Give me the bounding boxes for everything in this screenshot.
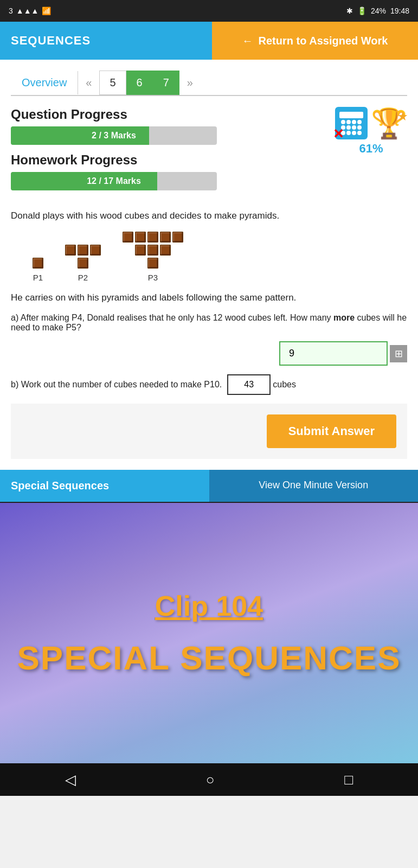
bottom-tabs: Special Sequences View One Minute Versio… — [0, 470, 418, 502]
answer-b-wrapper: cubes — [227, 374, 296, 395]
bluetooth-icon: ✱ — [346, 7, 353, 15]
return-button[interactable]: ← Return to Assigned Work — [212, 22, 418, 60]
cube — [160, 245, 171, 256]
cube — [65, 245, 76, 256]
tab-nav-left[interactable]: « — [78, 71, 99, 94]
cube — [33, 258, 43, 269]
tabs-row: Overview « 5 6 7 » — [11, 71, 407, 96]
status-bar: 3 ▲▲▲ 📶 ✱ 🔋 24% 19:48 — [0, 0, 418, 22]
signal-number: 3 — [9, 7, 13, 15]
part-b-text: b) Work out the number of cubes needed t… — [11, 380, 222, 390]
cube — [147, 245, 158, 256]
main-content: Overview « 5 6 7 » Question Progress 2 /… — [0, 60, 418, 470]
question-continuation: He carries on with his pyramids and labe… — [11, 291, 407, 305]
calc-dots — [341, 120, 362, 135]
return-arrow-icon: ← — [242, 35, 253, 47]
part-a-input-row: ⊞ — [11, 341, 407, 366]
progress-right: ✕ 🏆 ★ 61% — [335, 107, 407, 156]
part-a-text: a) After making P4, Donald realises that… — [11, 313, 407, 333]
cube — [135, 245, 146, 256]
calculator-icon: ✕ — [335, 107, 368, 139]
icons-row: ✕ 🏆 ★ — [335, 107, 407, 139]
answer-section: a) After making P4, Donald realises that… — [11, 313, 407, 395]
part-a-row: a) After making P4, Donald realises that… — [11, 313, 407, 333]
pyramid-p2: P2 — [65, 245, 101, 282]
red-x-icon: ✕ — [333, 126, 344, 142]
tab-page-6[interactable]: 6 — [126, 71, 153, 95]
status-left: 3 ▲▲▲ 📶 — [9, 7, 51, 15]
nav-bar: ◁ ○ □ — [0, 763, 418, 796]
tab-page-7[interactable]: 7 — [153, 71, 179, 95]
cube — [172, 232, 183, 242]
home-button[interactable]: ○ — [206, 771, 215, 788]
expand-button[interactable]: ⊞ — [390, 345, 407, 362]
cube — [123, 232, 133, 242]
header-title-area: SEQUENCES — [0, 22, 212, 60]
pyramid-p3-label: P3 — [148, 273, 158, 282]
calc-screen — [339, 112, 363, 118]
time-display: 19:48 — [390, 7, 409, 15]
answer-b-input[interactable] — [227, 374, 271, 395]
progress-section: Question Progress 2 / 3 Marks Homework P… — [11, 107, 407, 198]
pyramids-row: P1 P2 — [11, 232, 407, 282]
tab-overview[interactable]: Overview — [11, 71, 78, 94]
status-right: ✱ 🔋 24% 19:48 — [346, 7, 409, 15]
part-b-row: b) Work out the number of cubes needed t… — [11, 374, 407, 395]
trophy-star-icon: ★ — [397, 110, 408, 124]
cube — [90, 245, 101, 256]
header: SEQUENCES ← Return to Assigned Work — [0, 22, 418, 60]
tab-page-5[interactable]: 5 — [99, 71, 126, 95]
homework-progress-bar: 12 / 17 Marks — [11, 172, 217, 190]
tab-nav-right[interactable]: » — [179, 71, 201, 94]
cube — [78, 258, 88, 269]
submit-area: Submit Answer — [11, 404, 407, 459]
question-progress-label: 2 / 3 Marks — [92, 131, 136, 141]
question-intro: Donald plays with his wood cubes and dec… — [11, 209, 407, 223]
video-area: Clip 104 SPECIAL SEQUENCES — [0, 503, 418, 763]
submit-button[interactable]: Submit Answer — [267, 414, 396, 448]
tab-special-sequences[interactable]: Special Sequences — [0, 470, 209, 502]
pyramid-p2-label: P2 — [78, 273, 88, 282]
answer-a-input[interactable] — [279, 341, 388, 366]
bottom-section: Special Sequences View One Minute Versio… — [0, 470, 418, 763]
clip-title[interactable]: Clip 104 — [155, 590, 263, 622]
question-progress-title: Question Progress — [11, 107, 217, 122]
homework-progress-title: Homework Progress — [11, 152, 217, 168]
progress-left: Question Progress 2 / 3 Marks Homework P… — [11, 107, 217, 198]
back-button[interactable]: ◁ — [65, 771, 76, 788]
cubes-label: cubes — [273, 380, 296, 390]
return-button-label: Return to Assigned Work — [259, 35, 388, 47]
cube — [135, 232, 146, 242]
score-percent: 61% — [359, 142, 383, 156]
cube — [147, 258, 158, 269]
battery-icon: 🔋 — [357, 7, 366, 15]
pyramid-p3: P3 — [123, 232, 183, 282]
signal-icon: ▲▲▲ — [16, 7, 39, 15]
question-progress-fill: 2 / 3 Marks — [11, 126, 149, 145]
trophy-wrapper: 🏆 ★ — [371, 108, 407, 138]
homework-progress-label: 12 / 17 Marks — [87, 176, 141, 186]
app-title: SEQUENCES — [11, 34, 91, 48]
cube — [160, 232, 171, 242]
cube — [78, 245, 88, 256]
recents-button[interactable]: □ — [344, 771, 353, 788]
big-title: SPECIAL SEQUENCES — [17, 639, 401, 677]
answer-a-wrapper: ⊞ — [279, 341, 407, 366]
tab-one-minute-label: View One Minute Version — [259, 480, 368, 490]
wifi-icon: 📶 — [42, 7, 51, 15]
battery-percent: 24% — [371, 7, 386, 15]
pyramid-p1: P1 — [33, 258, 43, 282]
question-progress-bar: 2 / 3 Marks — [11, 126, 217, 145]
cube — [147, 232, 158, 242]
tab-one-minute[interactable]: View One Minute Version — [209, 470, 419, 502]
pyramid-p1-label: P1 — [33, 273, 43, 282]
homework-progress-fill: 12 / 17 Marks — [11, 172, 157, 190]
tab-special-sequences-label: Special Sequences — [11, 480, 109, 492]
